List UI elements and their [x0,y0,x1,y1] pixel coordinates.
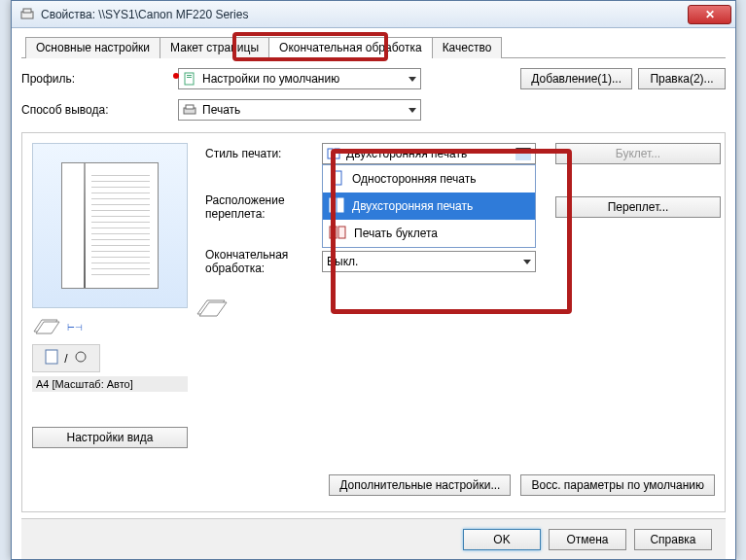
output-combo[interactable]: Печать [178,99,421,121]
preview-status: A4 [Масштаб: Авто] [32,376,188,392]
svg-rect-3 [187,75,192,76]
profile-row: Профиль: Настройки по умолчанию Добавлен… [21,68,726,89]
ruler-icon: ⊢⊣ [67,323,83,332]
option-double-sided[interactable]: Двухсторонняя печать [323,192,535,220]
svg-rect-15 [337,198,343,212]
preview-mode-buttons[interactable]: / [32,344,100,372]
profile-edit-button[interactable]: Правка(2)... [638,68,726,89]
profile-add-button[interactable]: Добавление(1)... [520,68,632,89]
svg-rect-1 [23,9,31,13]
svg-rect-4 [187,77,192,78]
booklet-icon [329,225,346,243]
close-button[interactable]: ✕ [688,5,731,24]
svg-rect-12 [335,149,339,158]
output-row: Способ вывода: Печать [21,99,726,121]
settings-column: Стиль печати: Двухсторонняя печать [205,143,721,502]
duplex-icon [327,147,340,160]
svg-rect-9 [46,350,57,364]
close-icon: ✕ [705,8,715,21]
properties-dialog: Свойства: \\SYS1\Canon MF220 Series ✕ Ос… [11,0,736,560]
chevron-down-icon [409,108,416,113]
output-value: Печать [202,103,240,117]
window-title: Свойства: \\SYS1\Canon MF220 Series [41,8,688,21]
svg-rect-13 [332,171,341,185]
option-single-sided[interactable]: Односторонняя печать [323,165,535,192]
spine-icon [84,163,86,288]
page-lines-icon [91,175,150,276]
print-icon [183,103,196,117]
gutter-button[interactable]: Переплет... [555,196,721,218]
view-settings-button[interactable]: Настройки вида [32,427,188,448]
single-page-icon [329,169,344,190]
tab-strip: Основные настройки Макет страницы Оконча… [21,36,726,58]
tab-basic[interactable]: Основные настройки [25,37,160,58]
page-preview-graphic [61,162,159,289]
ok-button[interactable]: OK [463,529,541,550]
output-stack-icon [195,295,721,323]
document-icon [183,72,196,86]
print-style-value: Двухсторонняя печать [346,147,467,160]
help-button[interactable]: Справка [634,529,712,550]
circle-icon [74,350,88,367]
restore-defaults-button[interactable]: Восс. параметры по умолчанию [520,474,715,496]
svg-point-10 [76,352,86,362]
dialog-buttons: OK Отмена Справка [21,518,726,559]
profile-label: Профиль: [21,72,172,86]
print-style-label: Стиль печати: [205,147,322,160]
page-icon [45,349,58,368]
slash-icon: / [64,352,67,366]
tab-finishing[interactable]: Окончательная обработка [268,37,433,58]
chevron-down-icon [515,148,531,160]
tab-quality[interactable]: Качество [432,37,503,58]
finishing-combo[interactable]: Выкл. [322,251,536,272]
finishing-row: Окончательная обработка: Выкл. [205,248,721,275]
binding-label: Расположение переплета: [205,193,332,221]
finishing-panel: ⊢⊣ / A4 [Масштаб: Авто] Настройки вида С… [21,132,726,512]
print-style-row: Стиль печати: Двухсторонняя печать [205,143,721,164]
svg-rect-11 [328,149,333,158]
output-label: Способ вывода: [21,103,172,117]
finishing-label: Окончательная обработка: [205,248,322,275]
cancel-button[interactable]: Отмена [549,529,626,550]
advanced-settings-button[interactable]: Дополнительные настройки... [329,474,511,496]
duplex-icon [329,196,344,217]
stack-preview: ⊢⊣ [32,314,188,340]
profile-value: Настройки по умолчанию [202,72,339,86]
modified-indicator-icon [173,73,179,79]
tab-page-layout[interactable]: Макет страницы [160,37,269,58]
chevron-down-icon [523,260,531,264]
print-style-dropdown[interactable]: Двухсторонняя печать Односторонняя печат… [322,143,536,164]
svg-rect-16 [330,227,337,238]
svg-rect-6 [186,105,194,109]
svg-rect-2 [185,73,194,85]
finishing-value: Выкл. [327,255,358,268]
booklet-button[interactable]: Буклет... [555,143,721,164]
printer-icon [19,7,35,22]
print-style-options: Односторонняя печать Двухсторонняя печат… [322,164,536,248]
svg-rect-17 [338,227,345,238]
preview-column: ⊢⊣ / A4 [Масштаб: Авто] Настройки вида [32,143,188,502]
page-preview [32,143,188,308]
page-stack-icon [32,314,61,340]
titlebar: Свойства: \\SYS1\Canon MF220 Series ✕ [12,1,735,28]
chevron-down-icon [409,77,416,82]
option-booklet[interactable]: Печать буклета [323,220,535,247]
svg-rect-14 [330,198,336,212]
profile-combo[interactable]: Настройки по умолчанию [178,68,421,89]
content: Основные настройки Макет страницы Оконча… [12,28,735,559]
